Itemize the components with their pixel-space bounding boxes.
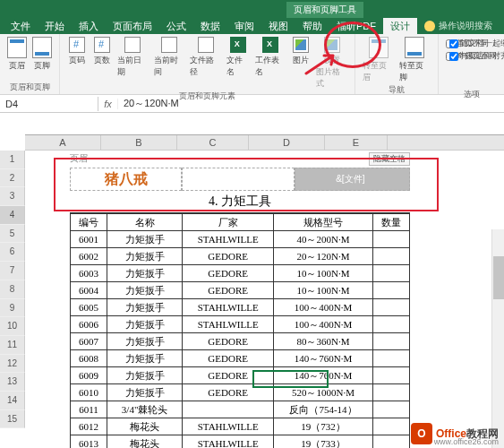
table-cell[interactable]: 6007: [71, 333, 107, 350]
row-header[interactable]: 14: [0, 392, 25, 410]
row-header[interactable]: 3: [0, 187, 25, 206]
table-cell[interactable]: 40～200N·M: [273, 231, 372, 248]
header-center-section[interactable]: [182, 168, 294, 191]
table-cell[interactable]: 100～400N·M: [273, 316, 372, 333]
table-cell[interactable]: GEDORE: [183, 333, 274, 350]
table-row[interactable]: 6010力矩扳手GEDORE520～1000N·M: [71, 384, 410, 401]
table-cell[interactable]: 20～120N·M: [273, 248, 372, 265]
table-cell[interactable]: 520～1000N·M: [273, 384, 372, 401]
table-cell[interactable]: [373, 299, 410, 316]
table-row[interactable]: 6012梅花头STAHLWILLE19（732）: [71, 418, 410, 435]
row-header[interactable]: 8: [0, 280, 25, 299]
row-header[interactable]: 15: [0, 410, 25, 429]
table-cell[interactable]: GEDORE: [183, 265, 274, 282]
table-cell[interactable]: [373, 350, 410, 367]
table-cell[interactable]: [373, 367, 410, 384]
row-header[interactable]: 6: [0, 243, 25, 262]
tab-insert[interactable]: 插入: [72, 18, 106, 35]
table-cell[interactable]: 力矩扳手: [107, 231, 182, 248]
table-header-cell[interactable]: 编号: [71, 214, 107, 231]
table-cell[interactable]: STAHLWILLE: [183, 418, 274, 435]
row-header[interactable]: 1: [0, 151, 25, 169]
row-header[interactable]: 13: [0, 373, 25, 392]
table-cell[interactable]: 6013: [71, 435, 107, 449]
table-header-cell[interactable]: 厂家: [183, 214, 274, 231]
row-headers[interactable]: 123456789101112131415: [0, 151, 25, 428]
column-headers[interactable]: ABCDE: [25, 134, 504, 151]
table-cell[interactable]: 力矩扳手: [107, 384, 182, 401]
table-row[interactable]: 6001力矩扳手STAHLWILLE40～200N·M: [71, 231, 410, 248]
table-cell[interactable]: 140～760N·M: [273, 367, 372, 384]
table-cell[interactable]: 3/4"棘轮头: [107, 401, 182, 418]
header-right-section[interactable]: &[文件]: [295, 168, 410, 191]
picture-button[interactable]: 图片: [289, 36, 312, 67]
table-row[interactable]: 6013梅花头STAHLWILLE19（733）: [71, 435, 410, 449]
table-cell[interactable]: 140～760N·M: [273, 350, 372, 367]
table-cell[interactable]: 10～100N·M: [273, 265, 372, 282]
table-cell[interactable]: GEDORE: [183, 248, 274, 265]
file-name-button[interactable]: 文件名: [225, 36, 252, 79]
table-row[interactable]: 6003力矩扳手GEDORE10～100N·M: [71, 265, 410, 282]
table-cell[interactable]: 力矩扳手: [107, 333, 182, 350]
row-header[interactable]: 5: [0, 225, 25, 244]
table-cell[interactable]: 力矩扳手: [107, 265, 182, 282]
table-row[interactable]: 6008力矩扳手GEDORE140～760N·M: [71, 350, 410, 367]
align-margins-checkbox[interactable]: 与页边距对齐: [449, 50, 504, 62]
row-header[interactable]: 9: [0, 299, 25, 318]
col-header[interactable]: E: [325, 135, 388, 150]
header-button[interactable]: 页眉: [5, 36, 29, 73]
table-cell[interactable]: 梅花头: [107, 435, 182, 449]
table-row[interactable]: 6006力矩扳手STAHLWILLE100～400N·M: [71, 316, 410, 333]
header-left-section[interactable]: 猪八戒: [70, 168, 182, 191]
table-cell[interactable]: 6005: [71, 299, 107, 316]
tab-foxit-pdf[interactable]: 福昕PDF: [329, 18, 383, 35]
table-cell[interactable]: 6001: [71, 231, 107, 248]
table-header-cell[interactable]: 名称: [107, 214, 182, 231]
row-header[interactable]: 11: [0, 336, 25, 355]
table-row[interactable]: 6002力矩扳手GEDORE20～120N·M: [71, 248, 410, 265]
scale-with-doc-checkbox[interactable]: 随文档一起缩: [449, 38, 504, 49]
table-cell[interactable]: GEDORE: [183, 367, 274, 384]
table-cell[interactable]: [373, 435, 410, 449]
table-cell[interactable]: 6004: [71, 282, 107, 299]
table-row[interactable]: 60113/4"棘轮头反向（754-14）: [71, 401, 410, 418]
tab-file[interactable]: 文件: [4, 18, 38, 35]
scrollbar-thumb[interactable]: [493, 256, 504, 299]
row-header[interactable]: 4: [0, 206, 25, 225]
table-cell[interactable]: [373, 401, 410, 418]
table-cell[interactable]: GEDORE: [183, 384, 274, 401]
table-cell[interactable]: 6003: [71, 265, 107, 282]
table-cell[interactable]: [183, 401, 274, 418]
table-cell[interactable]: [373, 248, 410, 265]
sheet-name-button[interactable]: 工作表名: [253, 36, 288, 79]
table-cell[interactable]: 6006: [71, 316, 107, 333]
table-cell[interactable]: 100～400N·M: [273, 299, 372, 316]
table-cell[interactable]: [373, 282, 410, 299]
table-row[interactable]: 6004力矩扳手GEDORE10～100N·M: [71, 282, 410, 299]
current-time-button[interactable]: 当前时间: [152, 36, 187, 79]
row-header[interactable]: 10: [0, 317, 25, 336]
table-cell[interactable]: [373, 231, 410, 248]
table-row[interactable]: 6007力矩扳手GEDORE80～360N·M: [71, 333, 410, 350]
row-header[interactable]: 7: [0, 262, 25, 280]
table-cell[interactable]: GEDORE: [183, 282, 274, 299]
table-cell[interactable]: 梅花头: [107, 418, 182, 435]
table-cell[interactable]: [373, 384, 410, 401]
table-row[interactable]: 6005力矩扳手STAHLWILLE100～400N·M: [71, 299, 410, 316]
row-header[interactable]: 12: [0, 355, 25, 374]
footer-button[interactable]: 页脚: [30, 36, 54, 73]
col-header[interactable]: B: [101, 135, 177, 150]
table-cell[interactable]: [373, 333, 410, 350]
table-cell[interactable]: [373, 316, 410, 333]
tab-view[interactable]: 视图: [261, 18, 295, 35]
table-cell[interactable]: 19（733）: [273, 435, 372, 449]
tab-home[interactable]: 开始: [38, 18, 72, 35]
page-count-button[interactable]: 页数: [90, 36, 114, 67]
page-header-editor[interactable]: 页眉 隐藏空格 猪八戒 &[文件]: [70, 151, 410, 191]
hide-whitespace-button[interactable]: 隐藏空格: [369, 152, 410, 166]
table-cell[interactable]: 80～360N·M: [273, 333, 372, 350]
table-cell[interactable]: STAHLWILLE: [183, 316, 274, 333]
table-cell[interactable]: 力矩扳手: [107, 367, 182, 384]
tab-design[interactable]: 设计: [383, 18, 417, 35]
goto-footer-button[interactable]: 转至页脚: [397, 36, 432, 84]
